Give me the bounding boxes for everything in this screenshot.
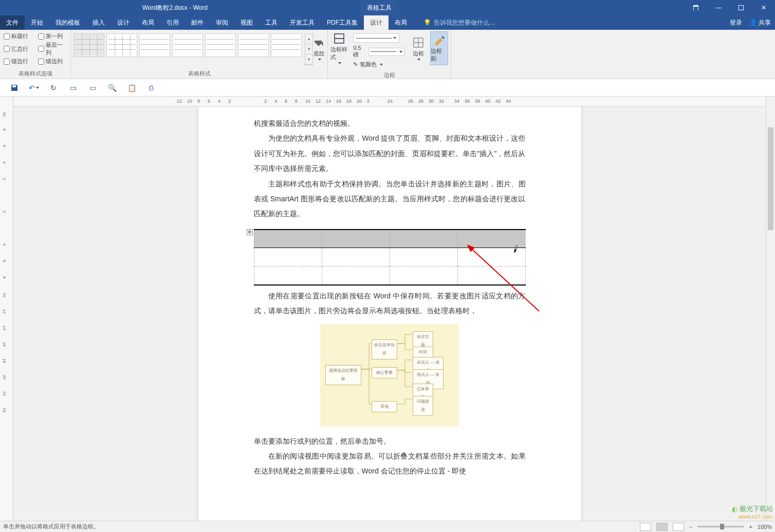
redo-button[interactable]: ↻ [48, 83, 59, 93]
tab-review[interactable]: 审阅 [210, 15, 234, 30]
horizontal-ruler[interactable]: 12 10 8 6 4 2 2 4 6 8 10 12 14 16 18 20 … [13, 97, 766, 107]
ruler-mark: 18 [346, 99, 352, 104]
ribbon: 标题行 第一列 汇总行 最后一列 镶边行 镶边列 表格样式选项 ▴▾▾ [0, 30, 775, 79]
chk-banded-col[interactable]: 镶边列 [38, 58, 67, 65]
body-text[interactable]: 机搜索最适合您的文档的视频。 [254, 116, 526, 131]
ribbon-tabs: 文件 开始 我的模板 插入 设计 布局 引用 邮件 审阅 视图 工具 开发工具 … [0, 15, 775, 30]
ruler-mark: 26 [408, 99, 413, 104]
qat-button[interactable]: 📋 [126, 83, 137, 93]
view-web-layout[interactable] [673, 523, 684, 531]
undo-button[interactable]: ↶ [29, 83, 39, 93]
zoom-in-button[interactable]: + [749, 524, 752, 530]
tell-me-search[interactable]: 💡告诉我您想要做什么… [423, 18, 495, 27]
zoom-slider[interactable] [697, 526, 744, 527]
table-style-thumb[interactable] [139, 33, 170, 57]
maximize-button[interactable] [730, 0, 752, 15]
tab-design[interactable]: 设计 [111, 15, 136, 30]
ruler-mark: 10 [187, 99, 192, 104]
document-table[interactable] [254, 229, 526, 286]
body-text[interactable]: 主题和样式也有助于文档保持协调。当您单击设计并选择新的主题时，图片、图表或 Sm… [254, 177, 526, 222]
table-row[interactable] [254, 230, 525, 248]
document-area: 10 8 6 4 2 2 4 6 8 10 12 14 16 18 20 22 … [0, 97, 775, 521]
contextual-tab-label: 表格工具 [360, 0, 399, 15]
table-style-thumb[interactable] [73, 33, 104, 57]
ruler-mark: 22 [2, 391, 7, 396]
ruler-mark: 20 [2, 375, 7, 379]
paint-bucket-icon [313, 36, 325, 49]
table-style-thumb[interactable] [106, 33, 137, 57]
page-container[interactable]: 机搜索最适合您的文档的视频。 为使您的文档具有专业外观，Word 提供了页眉、页… [13, 107, 766, 521]
share-button[interactable]: 👤 共享 [749, 18, 771, 27]
scrollbar-thumb[interactable] [768, 127, 773, 230]
tab-devtools[interactable]: 开发工具 [284, 15, 321, 30]
zoom-out-button[interactable]: − [689, 524, 692, 530]
gallery-more-button[interactable]: ▴▾▾ [305, 33, 313, 65]
zoom-slider-thumb[interactable] [720, 524, 724, 529]
share-label: 共享 [759, 19, 771, 26]
qat-button[interactable]: ⎙ [146, 83, 156, 93]
ruler-mark: 6 [208, 99, 210, 104]
vertical-scrollbar[interactable] [766, 97, 775, 521]
qat-button[interactable]: ▭ [68, 83, 78, 93]
border-line-style[interactable] [353, 33, 399, 43]
chk-header-row[interactable]: 标题行 [4, 32, 33, 40]
chk-last-col[interactable]: 最后一列 [38, 41, 67, 56]
table-move-handle[interactable]: ✥ [247, 229, 253, 235]
view-print-layout[interactable] [656, 523, 668, 531]
tab-mailings[interactable]: 邮件 [185, 15, 210, 30]
chk-total-row[interactable]: 汇总行 [4, 41, 33, 56]
border-painter-button[interactable]: 边框刷 [430, 31, 448, 65]
vertical-ruler[interactable]: 10 8 6 4 2 2 4 6 8 10 12 14 16 18 20 22 … [0, 97, 13, 521]
tab-insert[interactable]: 插入 [86, 15, 111, 30]
ruler-mark: 24 [2, 408, 7, 412]
border-styles-button[interactable]: 边框样式 [330, 31, 348, 65]
pen-color-button[interactable]: ✎笔颜色 [353, 61, 404, 68]
qat-button[interactable]: ▭ [87, 83, 98, 93]
ribbon-display-options[interactable] [685, 0, 707, 15]
document-page[interactable]: 机搜索最适合您的文档的视频。 为使您的文档具有专业外观，Word 提供了页眉、页… [198, 107, 581, 521]
ruler-mark: 36 [465, 99, 470, 104]
tab-table-design[interactable]: 设计 [364, 15, 389, 30]
pen-weight-selector[interactable]: 0.5 磅 [353, 45, 404, 59]
chk-banded-row[interactable]: 镶边行 [4, 58, 33, 65]
table-row[interactable] [254, 267, 525, 285]
tab-file[interactable]: 文件 [0, 15, 25, 30]
body-text[interactable]: 单击要添加行或列的位置，然后单击加号。 [254, 434, 526, 449]
tab-table-layout[interactable]: 布局 [389, 15, 413, 30]
table-styles-gallery[interactable]: ▴▾▾ [73, 31, 313, 65]
table-style-thumb[interactable] [205, 33, 236, 57]
borders-button[interactable]: 边框 [410, 31, 427, 65]
table-style-thumb[interactable] [238, 33, 269, 57]
shading-button[interactable]: 底纹 [313, 31, 325, 65]
table-style-thumb[interactable] [172, 33, 203, 57]
chk-first-col[interactable]: 第一列 [38, 32, 67, 40]
view-read-mode[interactable] [640, 523, 651, 531]
qat-button[interactable]: 🔍 [107, 83, 117, 93]
ruler-mark: 42 [495, 99, 501, 104]
maximize-icon [739, 5, 744, 10]
save-button[interactable] [9, 83, 20, 93]
ruler-mark: 12 [2, 309, 7, 314]
body-text[interactable]: 为使您的文档具有专业外观，Word 提供了页眉、页脚、封面和文本框设计，这些设计… [254, 131, 526, 176]
login-link[interactable]: 登录 [730, 18, 742, 27]
embedded-diagram[interactable]: 通用会议纪要模板 会议基本信息 核心要素 其他 会议主题 时间 会议人 — 成员… [320, 324, 459, 427]
tab-home[interactable]: 开始 [25, 15, 49, 30]
minimize-button[interactable]: — [707, 0, 730, 15]
tab-layout[interactable]: 布局 [136, 15, 160, 30]
tab-pdf-tools[interactable]: PDF工具集 [321, 15, 364, 30]
body-text[interactable]: 在新的阅读视图中阅读更加容易。可以折叠文档某些部分并关注所需文本。如果在达到结尾… [254, 449, 526, 479]
table-style-thumb[interactable] [271, 33, 302, 57]
tab-references[interactable]: 引用 [160, 15, 185, 30]
group-label-borders: 边框 [330, 70, 448, 80]
ruler-mark: 2 [2, 178, 7, 180]
tab-tools[interactable]: 工具 [259, 15, 284, 30]
border-painter-icon [433, 34, 446, 46]
close-button[interactable]: ✕ [752, 0, 775, 15]
tab-my-templates[interactable]: 我的模板 [49, 15, 86, 30]
ruler-mark: 6 [2, 260, 7, 262]
body-text[interactable]: 使用在需要位置出现的新按钮在 Word 中保存时间。若要更改图片适应文档的方式，… [254, 289, 526, 319]
ruler-mark: 30 [429, 99, 434, 104]
tab-view[interactable]: 视图 [234, 15, 259, 30]
table-row[interactable] [254, 248, 525, 267]
zoom-level[interactable]: 100% [758, 524, 772, 530]
